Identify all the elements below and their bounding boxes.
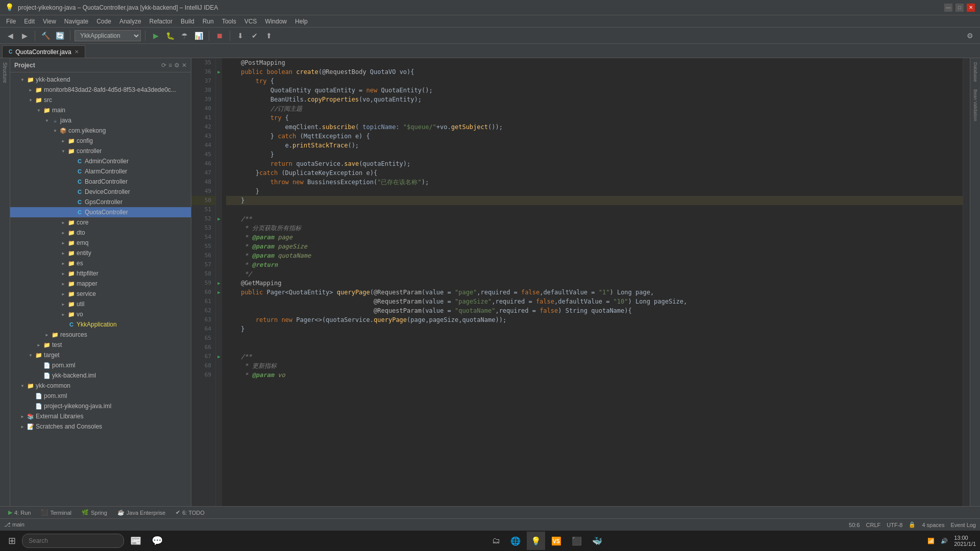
tree-item-pom-common[interactable]: ▶ 📄 pom.xml — [10, 391, 191, 401]
stop-button[interactable]: ⏹ — [213, 30, 226, 42]
tree-item-mapper[interactable]: ▶ 📁 mapper — [10, 279, 191, 289]
start-button[interactable]: ⊞ — [4, 532, 20, 550]
tab-close-icon[interactable]: ✕ — [75, 49, 79, 55]
tree-item-main[interactable]: ▼ 📁 main — [10, 105, 191, 115]
bean-validation-tool-label[interactable]: Bean Validation — [973, 89, 978, 121]
tree-item-es[interactable]: ▶ 📁 es — [10, 258, 191, 268]
editor-area[interactable]: 35 36 37 38 39 40 41 42 43 44 45 46 47 4… — [191, 58, 970, 506]
tree-item-gps-ctrl[interactable]: ▶ C GpsController — [10, 197, 191, 207]
tree-item-src[interactable]: ▼ 📁 src — [10, 95, 191, 105]
tree-item-util[interactable]: ▶ 📁 util — [10, 299, 191, 309]
tree-item-vo[interactable]: ▶ 📁 vo — [10, 309, 191, 319]
menu-edit[interactable]: Edit — [20, 17, 39, 26]
tree-item-ext-libs[interactable]: ▶ 📚 External Libraries — [10, 411, 191, 421]
tree-item-iml[interactable]: ▶ 📄 ykk-backend.iml — [10, 370, 191, 381]
status-position[interactable]: 50:6 — [849, 522, 860, 528]
tree-item-board-ctrl[interactable]: ▶ C BoardController — [10, 177, 191, 187]
tree-item-com-yikekong[interactable]: ▼ 📦 com.yikekong — [10, 126, 191, 136]
taskbar-search[interactable] — [22, 534, 124, 548]
tree-item-test[interactable]: ▶ 📁 test — [10, 340, 191, 350]
tree-item-emq[interactable]: ▶ 📁 emq — [10, 238, 191, 248]
status-branch[interactable]: ⎇ main — [4, 521, 24, 528]
vcs-commit-button[interactable]: ✔ — [249, 30, 261, 42]
tree-item-alarm-ctrl[interactable]: ▶ C AlarmController — [10, 166, 191, 177]
tree-item-admin-ctrl[interactable]: ▶ C AdminController — [10, 156, 191, 166]
bottom-tab-spring[interactable]: 🌿 Spring — [78, 508, 111, 517]
tree-item-controller[interactable]: ▼ 📁 controller — [10, 146, 191, 156]
bottom-tab-todo[interactable]: ✔ 6: TODO — [172, 508, 209, 517]
tree-item-ykkapp[interactable]: ▶ C YkkApplication — [10, 319, 191, 330]
sidebar-collapse-icon[interactable]: ≡ — [168, 62, 172, 69]
sync-button[interactable]: 🔄 — [54, 30, 66, 42]
back-button[interactable]: ◀ — [4, 30, 16, 42]
menu-run[interactable]: Run — [199, 17, 218, 26]
build-button[interactable]: 🔨 — [39, 30, 52, 42]
menu-navigate[interactable]: Navigate — [60, 17, 92, 26]
vcs-push-button[interactable]: ⬆ — [263, 30, 275, 42]
status-line-endings[interactable]: CRLF — [866, 522, 881, 528]
tree-item-device-ctrl[interactable]: ▶ C DeviceController — [10, 187, 191, 197]
status-indent[interactable]: 4 spaces — [922, 522, 944, 528]
taskbar-docker[interactable]: 🐳 — [588, 532, 606, 550]
menu-analyze[interactable]: Analyze — [115, 17, 145, 26]
menu-help[interactable]: Help — [291, 17, 312, 26]
menu-tools[interactable]: Tools — [218, 17, 240, 26]
tree-item-project-iml[interactable]: ▶ 📄 project-yikekong-java.iml — [10, 401, 191, 411]
close-button[interactable]: ✕ — [967, 4, 975, 12]
settings-button[interactable]: ⚙ — [964, 30, 976, 42]
debug-button[interactable]: 🐛 — [164, 30, 176, 42]
tab-quotacontroller[interactable]: C QuotaController.java ✕ — [2, 45, 85, 58]
tree-item-quota-ctrl[interactable]: ▶ C QuotaController — [10, 207, 191, 217]
sidebar-close-icon[interactable]: ✕ — [182, 62, 187, 69]
taskbar-intellij[interactable]: 💡 — [527, 532, 545, 550]
tree-item-httpfilter[interactable]: ▶ 📁 httpfilter — [10, 268, 191, 279]
status-encoding[interactable]: UTF-8 — [887, 522, 902, 528]
tree-item-dto[interactable]: ▶ 📁 dto — [10, 228, 191, 238]
profiler-button[interactable]: 📊 — [192, 30, 205, 42]
taskbar-explorer[interactable]: 🗂 — [488, 532, 504, 550]
run-button[interactable]: ▶ — [150, 30, 162, 42]
sidebar-settings-icon[interactable]: ⚙ — [174, 62, 180, 69]
forward-button[interactable]: ▶ — [18, 30, 31, 42]
tree-item-ykk-common[interactable]: ▼ 📁 ykk-common — [10, 381, 191, 391]
menu-view[interactable]: View — [39, 17, 60, 26]
database-tool-label[interactable]: Database — [973, 62, 978, 82]
tree-item-pom[interactable]: ▶ 📄 pom.xml — [10, 360, 191, 370]
structure-tool-label[interactable]: Structure — [2, 62, 8, 83]
tree-item-java[interactable]: ▼ ☕ java — [10, 115, 191, 126]
menu-build[interactable]: Build — [177, 17, 199, 26]
tree-item-service[interactable]: ▶ 📁 service — [10, 289, 191, 299]
bottom-tab-terminal[interactable]: ⬛ Terminal — [37, 508, 76, 517]
maximize-button[interactable]: □ — [955, 4, 964, 12]
tree-item-scratches[interactable]: ▶ 📝 Scratches and Consoles — [10, 421, 191, 432]
status-event-log[interactable]: Event Log — [950, 522, 976, 528]
tree-item-entity[interactable]: ▶ 📁 entity — [10, 248, 191, 258]
taskbar-terminal[interactable]: ⬛ — [568, 532, 586, 550]
minimize-button[interactable]: — — [944, 4, 952, 12]
project-selector[interactable]: YkkApplication — [75, 30, 141, 41]
tree-item-monitorb[interactable]: ▶ 📁 monitorb843dad2-8afd-4d5d-8f53-e4a3d… — [10, 85, 191, 95]
menu-window[interactable]: Window — [261, 17, 291, 26]
menu-refactor[interactable]: Refactor — [145, 17, 177, 26]
code-editor-content[interactable]: @PostMapping public boolean create(@Requ… — [222, 58, 963, 506]
menu-file[interactable]: File — [2, 17, 20, 26]
taskbar-vscode[interactable]: 🆚 — [547, 532, 566, 550]
menu-code[interactable]: Code — [92, 17, 115, 26]
tree-item-target[interactable]: ▼ 📁 target — [10, 350, 191, 360]
tree-item-ykk-backend[interactable]: ▼ 📁 ykk-backend — [10, 74, 191, 85]
taskbar-chrome[interactable]: 🌐 — [506, 532, 525, 550]
code-container[interactable]: 35 36 37 38 39 40 41 42 43 44 45 46 47 4… — [191, 58, 970, 506]
right-scroll-gutter[interactable] — [963, 58, 970, 506]
menu-vcs[interactable]: VCS — [240, 17, 261, 26]
bottom-tab-java-enterprise[interactable]: ☕ Java Enterprise — [113, 508, 169, 517]
taskbar-widgets[interactable]: 📰 — [126, 532, 145, 550]
sidebar-sync-icon[interactable]: ⟳ — [161, 62, 166, 69]
coverage-button[interactable]: ☂ — [178, 30, 190, 42]
vcs-update-button[interactable]: ⬇ — [234, 30, 247, 42]
tree-item-core[interactable]: ▶ 📁 core — [10, 217, 191, 228]
taskbar-chat[interactable]: 💬 — [148, 532, 167, 550]
tree-item-resources[interactable]: ▶ 📁 resources — [10, 330, 191, 340]
title-bar-controls[interactable]: — □ ✕ — [944, 4, 975, 12]
tree-item-config[interactable]: ▶ 📁 config — [10, 136, 191, 146]
bottom-tab-run[interactable]: ▶ 4: Run — [4, 508, 35, 517]
